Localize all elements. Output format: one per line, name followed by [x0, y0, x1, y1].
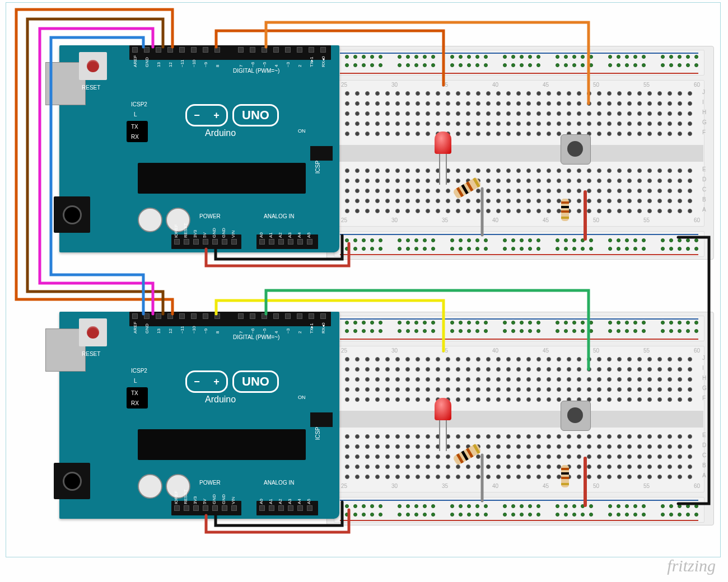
resistor-btn-bottom	[561, 465, 569, 487]
diagram-frame: 25253030353540404545505055556060JJIIHHGG…	[6, 2, 721, 557]
resistor-btn-top	[561, 199, 569, 221]
reset-label: RESET	[82, 85, 100, 91]
jumper-wire	[584, 190, 587, 241]
led-bottom	[435, 398, 451, 420]
arduino-brand: Arduino	[205, 128, 236, 138]
jumper-wire	[584, 457, 587, 507]
breadboard-bottom: 25253030353540404545505055556060JJIIHHGG…	[326, 312, 714, 525]
fritzing-watermark: fritzing	[667, 556, 716, 575]
reset-label: RESET	[82, 351, 100, 357]
led-top	[435, 132, 451, 154]
pushbutton-top[interactable]	[561, 134, 591, 165]
barrel-jack-icon	[54, 463, 90, 499]
icsp-header-icon	[310, 412, 333, 427]
icsp-header-icon	[310, 146, 333, 161]
fritzing-canvas: 25253030353540404545505055556060JJIIHHGG…	[0, 0, 728, 582]
arduino-top: RESET DIGITAL (PWM=~) POWER ANALOG IN −+…	[59, 45, 339, 252]
atmega-chip-icon	[138, 163, 306, 194]
atmega-chip-icon	[138, 429, 306, 460]
arduino-logo-icon: −+ UNO	[185, 104, 279, 126]
breadboard-top: 25253030353540404545505055556060JJIIHHGG…	[326, 46, 714, 260]
arduino-logo-icon: −+ UNO	[185, 370, 279, 393]
reset-button[interactable]	[79, 52, 107, 80]
pushbutton-bottom[interactable]	[561, 401, 591, 431]
arduino-bottom: RESET DIGITAL (PWM=~) POWER ANALOG IN −+…	[59, 312, 339, 519]
reset-button[interactable]	[79, 318, 107, 346]
barrel-jack-icon	[54, 196, 90, 233]
